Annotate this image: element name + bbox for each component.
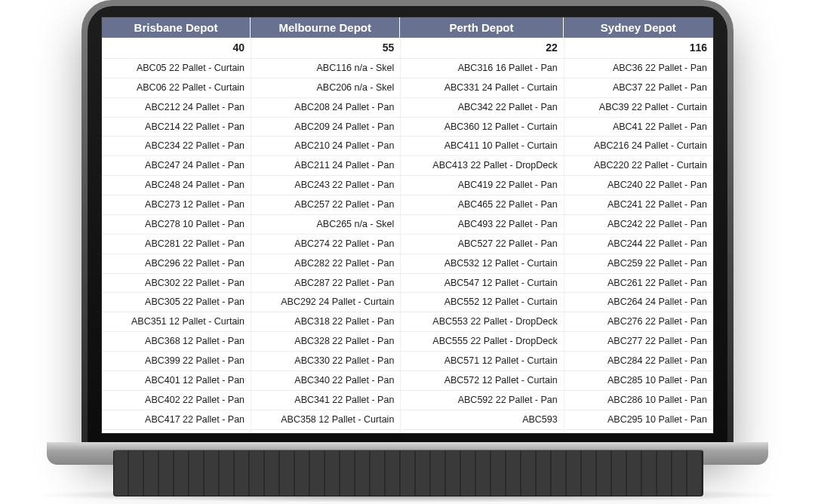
table-cell: ABC241 22 Pallet - Pan (564, 195, 713, 215)
table-row: ABC402 22 Pallet - PanABC341 22 Pallet -… (102, 391, 713, 410)
table-cell: ABC552 12 Pallet - Curtain (400, 293, 563, 312)
column-header: Brisbane Depot (102, 17, 251, 38)
table-cell: ABC209 24 Pallet - Pan (251, 118, 400, 137)
table-cell: ABC292 24 Pallet - Curtain (251, 293, 400, 312)
table-cell: ABC278 10 Pallet - Pan (102, 215, 251, 235)
table-cell: ABC281 22 Pallet - Pan (102, 235, 251, 254)
depot-table-header-row: Brisbane Depot Melbourne Depot Perth Dep… (102, 17, 713, 38)
table-cell: ABC285 10 Pallet - Pan (564, 371, 713, 391)
laptop-keyboard (113, 450, 703, 496)
table-row: ABC214 22 Pallet - PanABC209 24 Pallet -… (102, 118, 713, 137)
table-cell: ABC316 16 Pallet - Pan (400, 59, 563, 78)
table-cell: ABC214 22 Pallet - Pan (102, 118, 251, 137)
table-cell: ABC358 12 Pallet - Curtain (251, 410, 400, 430)
table-cell: ABC216 24 Pallet - Curtain (564, 137, 713, 156)
table-cell: ABC287 22 Pallet - Pan (251, 274, 400, 293)
table-cell: ABC368 12 Pallet - Pan (102, 332, 251, 352)
table-cell: ABC411 10 Pallet - Curtain (400, 137, 563, 156)
depot-count-cell: 55 (251, 38, 400, 59)
table-cell: ABC282 22 Pallet - Pan (251, 254, 400, 274)
table-row: ABC399 22 Pallet - PanABC330 22 Pallet -… (102, 352, 713, 371)
table-cell: ABC302 22 Pallet - Pan (102, 274, 251, 293)
table-cell: ABC342 22 Pallet - Pan (400, 98, 563, 118)
table-row: ABC368 12 Pallet - PanABC328 22 Pallet -… (102, 332, 713, 352)
table-cell: ABC240 22 Pallet - Pan (564, 176, 713, 195)
table-row: ABC351 12 Pallet - CurtainABC318 22 Pall… (102, 312, 713, 332)
laptop-screen: Brisbane Depot Melbourne Depot Perth Dep… (101, 17, 714, 434)
table-cell: ABC572 12 Pallet - Curtain (400, 371, 563, 391)
table-row: ABC273 12 Pallet - PanABC257 22 Pallet -… (102, 195, 713, 215)
table-cell: ABC265 n/a - Skel (251, 215, 400, 235)
table-cell: ABC318 22 Pallet - Pan (251, 312, 400, 332)
table-row: ABC429 22 Pallet - PanABC369 12 Pallet -… (102, 430, 713, 434)
table-cell: ABC05 22 Pallet - Curtain (102, 59, 251, 78)
table-cell: ABC36 22 Pallet - Pan (564, 59, 713, 78)
table-cell: ABC41 22 Pallet - Pan (564, 118, 713, 137)
table-cell: ABC360 12 Pallet - Curtain (400, 118, 563, 137)
table-row: ABC281 22 Pallet - PanABC274 22 Pallet -… (102, 235, 713, 254)
table-cell: ABC211 24 Pallet - Pan (251, 156, 400, 176)
table-cell: ABC247 24 Pallet - Pan (102, 156, 251, 176)
table-cell: ABC297 22 Pallet - Pan (564, 430, 713, 434)
table-cell: ABC208 24 Pallet - Pan (251, 98, 400, 118)
table-row: ABC234 22 Pallet - PanABC210 24 Pallet -… (102, 137, 713, 156)
table-cell: ABC401 12 Pallet - Pan (102, 371, 251, 391)
table-cell: ABC627 22 Pallet - Pan (400, 430, 563, 434)
table-cell: ABC242 22 Pallet - Pan (564, 215, 713, 235)
table-cell: ABC330 22 Pallet - Pan (251, 352, 400, 371)
table-row: ABC296 22 Pallet - PanABC282 22 Pallet -… (102, 254, 713, 274)
table-cell: ABC417 22 Pallet - Pan (102, 410, 251, 430)
table-row: ABC248 24 Pallet - PanABC243 22 Pallet -… (102, 176, 713, 195)
laptop-lid: Brisbane Depot Melbourne Depot Perth Dep… (82, 0, 734, 450)
table-cell: ABC340 22 Pallet - Pan (251, 371, 400, 391)
table-row: ABC05 22 Pallet - CurtainABC116 n/a - Sk… (102, 59, 713, 78)
table-cell: ABC257 22 Pallet - Pan (251, 195, 400, 215)
table-cell: ABC571 12 Pallet - Curtain (400, 352, 563, 371)
depot-count-cell: 40 (102, 38, 251, 59)
table-cell: ABC402 22 Pallet - Pan (102, 391, 251, 410)
table-cell: ABC264 24 Pallet - Pan (564, 293, 713, 312)
table-row: ABC247 24 Pallet - PanABC211 24 Pallet -… (102, 156, 713, 176)
table-cell: ABC248 24 Pallet - Pan (102, 176, 251, 195)
table-cell: ABC547 12 Pallet - Curtain (400, 274, 563, 293)
depot-count-cell: 116 (564, 38, 713, 59)
table-cell: ABC553 22 Pallet - DropDeck (400, 312, 563, 332)
table-row: ABC417 22 Pallet - PanABC358 12 Pallet -… (102, 410, 713, 430)
table-cell: ABC351 12 Pallet - Curtain (102, 312, 251, 332)
table-cell: ABC276 22 Pallet - Pan (564, 312, 713, 332)
table-row: ABC212 24 Pallet - PanABC208 24 Pallet -… (102, 98, 713, 118)
table-cell: ABC532 12 Pallet - Curtain (400, 254, 563, 274)
table-cell: ABC593 (400, 410, 563, 430)
table-cell: ABC527 22 Pallet - Pan (400, 235, 563, 254)
table-cell: ABC493 22 Pallet - Pan (400, 215, 563, 235)
table-cell: ABC296 22 Pallet - Pan (102, 254, 251, 274)
table-cell: ABC295 10 Pallet - Pan (564, 410, 713, 430)
table-cell: ABC39 22 Pallet - Curtain (564, 98, 713, 118)
table-cell: ABC261 22 Pallet - Pan (564, 274, 713, 293)
column-header: Melbourne Depot (251, 17, 400, 38)
depot-table: Brisbane Depot Melbourne Depot Perth Dep… (102, 17, 713, 434)
table-cell: ABC429 22 Pallet - Pan (102, 430, 251, 434)
table-cell: ABC341 22 Pallet - Pan (251, 391, 400, 410)
table-cell: ABC286 10 Pallet - Pan (564, 391, 713, 410)
table-cell: ABC210 24 Pallet - Pan (251, 137, 400, 156)
column-header: Sydney Depot (564, 17, 713, 38)
table-cell: ABC419 22 Pallet - Pan (400, 176, 563, 195)
table-cell: ABC331 24 Pallet - Curtain (400, 78, 563, 98)
table-cell: ABC259 22 Pallet - Pan (564, 254, 713, 274)
table-row: ABC305 22 Pallet - PanABC292 24 Pallet -… (102, 293, 713, 312)
table-cell: ABC206 n/a - Skel (251, 78, 400, 98)
table-cell: ABC116 n/a - Skel (251, 59, 400, 78)
table-cell: ABC212 24 Pallet - Pan (102, 98, 251, 118)
table-cell: ABC555 22 Pallet - DropDeck (400, 332, 563, 352)
table-cell: ABC220 22 Pallet - Curtain (564, 156, 713, 176)
table-row: ABC278 10 Pallet - PanABC265 n/a - SkelA… (102, 215, 713, 235)
depot-count-row: 405522116 (102, 38, 713, 59)
table-cell: ABC06 22 Pallet - Curtain (102, 78, 251, 98)
table-cell: ABC244 22 Pallet - Pan (564, 235, 713, 254)
depot-count-cell: 22 (400, 38, 563, 59)
table-cell: ABC277 22 Pallet - Pan (564, 332, 713, 352)
table-cell: ABC592 22 Pallet - Pan (400, 391, 563, 410)
table-cell: ABC243 22 Pallet - Pan (251, 176, 400, 195)
table-row: ABC401 12 Pallet - PanABC340 22 Pallet -… (102, 371, 713, 391)
